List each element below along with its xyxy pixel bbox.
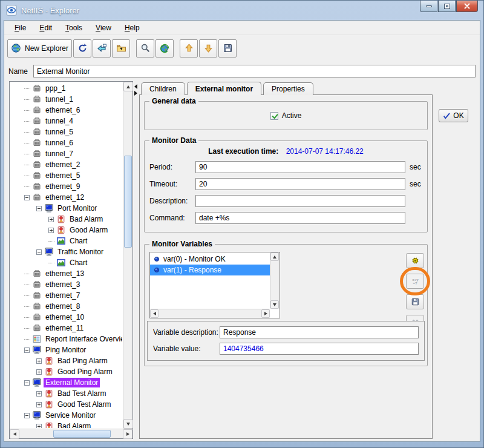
variable-list-item[interactable]: var(0) - Monitor OK xyxy=(150,254,270,265)
menu-file[interactable]: File xyxy=(8,21,33,35)
menu-edit[interactable]: Edit xyxy=(33,21,59,35)
tree-expander[interactable] xyxy=(22,413,32,418)
period-input[interactable] xyxy=(195,161,405,173)
tree-hscroll-thumb[interactable] xyxy=(53,430,111,438)
tab-children[interactable]: Children xyxy=(141,82,185,95)
tree-item-bad-ping-alarm[interactable]: Bad Ping Alarm xyxy=(10,355,122,366)
tree-item-tunnel-5[interactable]: tunnel_5 xyxy=(10,127,122,137)
variables-scroll-down-button[interactable] xyxy=(270,300,279,309)
tree-item-ethernet-3[interactable]: ethernet_3 xyxy=(10,279,122,290)
tab-properties[interactable]: Properties xyxy=(263,82,313,95)
tree-expander[interactable] xyxy=(34,249,44,255)
refresh-button[interactable] xyxy=(73,39,91,58)
active-checkbox-row[interactable]: Active xyxy=(270,111,302,120)
tree-expander[interactable] xyxy=(34,369,44,375)
tree-item-tunnel-6[interactable]: tunnel_6 xyxy=(10,137,122,148)
save-button[interactable] xyxy=(218,39,237,58)
move-down-button[interactable] xyxy=(199,39,217,58)
active-checkbox[interactable] xyxy=(270,112,278,120)
tree-item-ethernet-5[interactable]: ethernet_5 xyxy=(10,170,122,181)
menu-help[interactable]: Help xyxy=(118,21,146,35)
triangle-right-icon xyxy=(126,432,129,436)
variable-description-input[interactable] xyxy=(220,326,419,338)
tree-item-chart[interactable]: Chart xyxy=(10,257,122,268)
tree-expander[interactable] xyxy=(22,380,32,386)
tree-item-ethernet-7[interactable]: ethernet_7 xyxy=(10,290,122,301)
scroll-up-button[interactable] xyxy=(123,82,133,91)
tree-expander[interactable] xyxy=(22,348,32,353)
tree-item-ethernet-2[interactable]: ethernet_2 xyxy=(10,159,122,170)
tree-expander[interactable] xyxy=(34,391,44,397)
tree-horizontal-scrollbar[interactable] xyxy=(10,429,132,438)
tree-expander[interactable] xyxy=(34,358,44,364)
folder-up-button[interactable] xyxy=(112,39,130,58)
move-up-button[interactable] xyxy=(180,39,198,58)
variables-scroll-left-button[interactable] xyxy=(150,309,159,318)
scroll-left-button[interactable] xyxy=(10,429,19,439)
tree-item-service-monitor[interactable]: Service Monitor xyxy=(10,410,122,421)
scroll-right-button[interactable] xyxy=(123,429,132,439)
tree-item-bad-alarm[interactable]: Bad Alarm xyxy=(10,214,122,225)
tree-item-ethernet-10[interactable]: ethernet_10 xyxy=(10,312,122,323)
menu-tools[interactable]: Tools xyxy=(59,21,89,35)
tree-item-good-test-alarm[interactable]: Good Test Alarm xyxy=(10,399,122,410)
command-input[interactable] xyxy=(195,212,405,224)
tree-expander[interactable] xyxy=(46,228,56,233)
variable-list-item[interactable]: var(1) - Response xyxy=(150,265,270,275)
edit-variable-button[interactable] xyxy=(406,253,424,268)
panel-splitter[interactable] xyxy=(133,81,139,439)
search-button[interactable] xyxy=(136,39,154,58)
tree-item-ethernet-8[interactable]: ethernet_8 xyxy=(10,301,122,312)
tree-item-external-monitor[interactable]: External Monitor xyxy=(10,377,122,388)
tree-vertical-scrollbar[interactable] xyxy=(123,82,132,429)
tree-item-port-monitor[interactable]: Port Monitor xyxy=(10,203,122,214)
variables-horizontal-scrollbar[interactable] xyxy=(150,309,270,318)
tree-item-bad-alarm[interactable]: Bad Alarm xyxy=(10,421,122,428)
tab-external-monitor[interactable]: External monitor xyxy=(187,82,261,95)
tree-expander[interactable] xyxy=(46,217,56,222)
tree-item-ethernet-6[interactable]: ethernet_6 xyxy=(10,105,122,116)
scroll-down-button[interactable] xyxy=(123,419,133,429)
variables-scroll-right-button[interactable] xyxy=(261,309,270,318)
tree-item-ethernet-12[interactable]: ethernet_12 xyxy=(10,192,122,203)
tree-item-good-ping-alarm[interactable]: Good Ping Alarm xyxy=(10,366,122,377)
maximize-button[interactable] xyxy=(438,1,456,12)
calculate-variable-button[interactable] xyxy=(406,274,424,289)
tree-item-tunnel-1[interactable]: tunnel_1 xyxy=(10,94,122,105)
web-refresh-button[interactable] xyxy=(155,39,174,58)
tree-item-tunnel-4[interactable]: tunnel_4 xyxy=(10,116,122,127)
variables-scroll-up-button[interactable] xyxy=(270,252,279,261)
tree-expander[interactable] xyxy=(34,206,44,211)
tree-item-ping-monitor[interactable]: Ping Monitor xyxy=(10,344,122,355)
minimize-button[interactable] xyxy=(420,1,437,12)
tree-item-ethernet-13[interactable]: ethernet_13 xyxy=(10,268,122,279)
tree-item-good-alarm[interactable]: Good Alarm xyxy=(10,225,122,236)
timeout-input[interactable] xyxy=(195,178,405,190)
close-button[interactable] xyxy=(456,1,478,12)
tree-vscroll-thumb[interactable] xyxy=(124,156,132,248)
variables-vertical-scrollbar[interactable] xyxy=(270,252,280,309)
back-icon xyxy=(97,43,107,53)
menu-view[interactable]: View xyxy=(89,21,118,35)
tree-item-traffic-monitor[interactable]: Traffic Monitor xyxy=(10,246,122,257)
tree-item-bad-test-alarm[interactable]: Bad Test Alarm xyxy=(10,388,122,399)
save-variable-button[interactable] xyxy=(406,294,424,309)
title-bar[interactable]: NetIIS - Explorer xyxy=(1,1,483,20)
tree-item-tunnel-7[interactable]: tunnel_7 xyxy=(10,148,122,159)
description-input[interactable] xyxy=(195,195,405,207)
tree-item-chart[interactable]: Chart xyxy=(10,236,122,246)
tree-connector xyxy=(22,99,32,100)
tree-expander[interactable] xyxy=(22,195,32,200)
variable-value-input[interactable] xyxy=(220,343,419,355)
tree-expander[interactable] xyxy=(34,424,44,429)
tree-item-report-interface-overview[interactable]: Report Interface Overview xyxy=(10,334,122,344)
tree-item-ethernet-11[interactable]: ethernet_11 xyxy=(10,323,122,334)
splitter-arrows[interactable] xyxy=(134,84,137,96)
tree-expander[interactable] xyxy=(34,402,44,407)
tree-item-ppp-1[interactable]: ppp_1 xyxy=(10,83,122,94)
back-button[interactable] xyxy=(93,39,111,58)
tree-item-ethernet-9[interactable]: ethernet_9 xyxy=(10,181,122,192)
name-input[interactable] xyxy=(33,65,476,77)
ok-button[interactable]: OK xyxy=(439,109,468,122)
new-explorer-button[interactable]: New Explorer xyxy=(7,39,72,58)
